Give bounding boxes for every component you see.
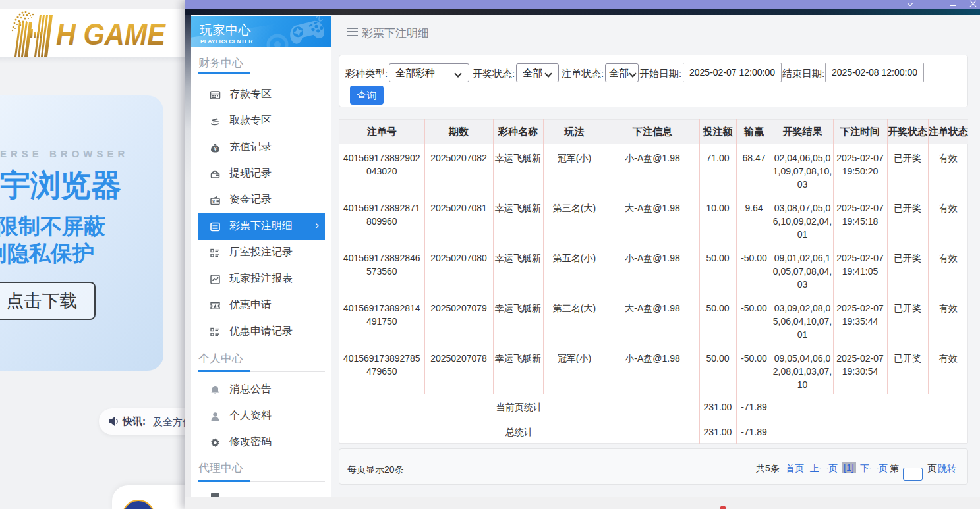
svg-text:¥: ¥ (212, 200, 215, 204)
svg-text:H GAME: H GAME (56, 17, 166, 51)
